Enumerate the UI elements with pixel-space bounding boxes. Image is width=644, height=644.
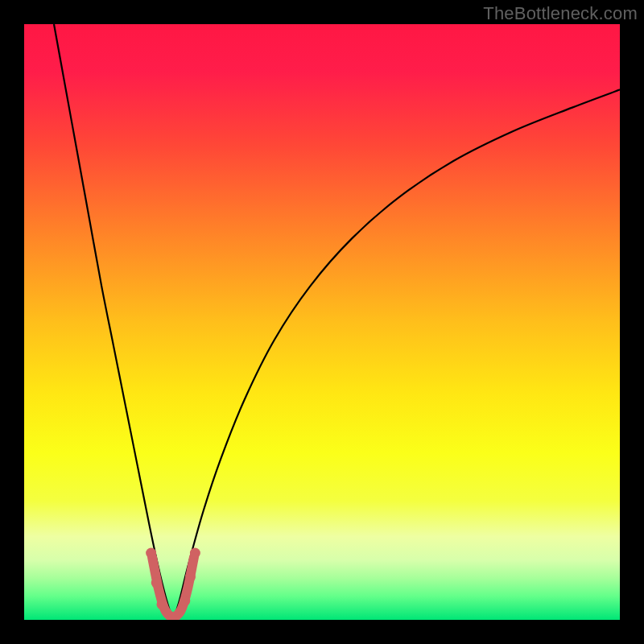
- highlight-dot: [146, 548, 156, 559]
- bottleneck-chart: [24, 24, 620, 620]
- highlight-dot: [190, 548, 200, 559]
- watermark-text: TheBottleneck.com: [483, 3, 638, 24]
- highlight-dot: [180, 596, 190, 606]
- highlight-dot: [151, 578, 162, 588]
- gradient-background: [24, 24, 620, 620]
- chart-frame: [24, 24, 620, 620]
- highlight-dot: [156, 599, 167, 609]
- highlight-dot: [185, 572, 196, 582]
